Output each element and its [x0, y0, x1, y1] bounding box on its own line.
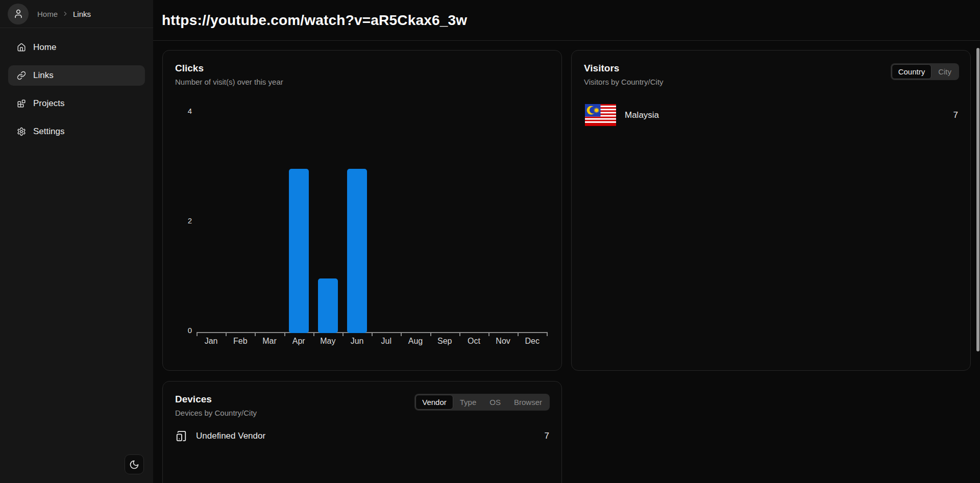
house-icon: [17, 43, 26, 52]
month-label: Aug: [401, 337, 430, 346]
toggle-option-browser[interactable]: Browser: [507, 395, 549, 410]
sidebar-item-label: Links: [33, 70, 54, 81]
month-label: Jan: [197, 337, 226, 346]
devices-toggle: Vendor Type OS Browser: [414, 394, 550, 411]
content-area: Clicks Number of visit(s) over this year…: [153, 41, 980, 483]
theme-toggle-button[interactable]: [125, 454, 144, 474]
chart-bar-apr: [289, 169, 309, 334]
x-axis-tick: [401, 333, 402, 336]
chart-bar-may: [318, 278, 338, 334]
month-label: Mar: [255, 337, 284, 346]
month-label: May: [313, 337, 342, 346]
x-axis-tick: [226, 333, 227, 336]
clicks-bar-chart: 024JanFebMarAprMayJunJulAugSepOctNovDec: [163, 50, 561, 370]
sidebar-item-home[interactable]: Home: [8, 37, 145, 58]
month-label: Apr: [284, 337, 313, 346]
malaysia-flag-icon: [585, 104, 616, 126]
card-subtitle: Devices by Country/City: [175, 409, 257, 417]
main-header: https://youtube.com/watch?v=aR5Ckax6_3w: [153, 0, 980, 41]
chart-bar-jun: [347, 169, 367, 334]
month-label: Oct: [459, 337, 488, 346]
y-axis-tick-label: 2: [166, 216, 192, 225]
y-axis-tick-label: 4: [166, 107, 192, 115]
x-axis-tick: [255, 333, 256, 336]
x-axis-tick: [313, 333, 314, 336]
month-label: Nov: [488, 337, 518, 346]
month-label: Sep: [430, 337, 459, 346]
x-axis-tick: [430, 333, 431, 336]
x-axis-tick: [197, 333, 198, 336]
moon-icon: [129, 460, 139, 470]
x-axis-tick: [488, 333, 489, 336]
sidebar: Home Links Home Links: [0, 0, 153, 483]
blocks-icon: [17, 99, 26, 108]
sidebar-item-projects[interactable]: Projects: [8, 93, 145, 114]
visitors-card: Visitors Visitors by Country/City Countr…: [571, 50, 971, 371]
link-icon: [17, 71, 26, 80]
device-row: Undefined Vendor 7: [175, 427, 549, 445]
x-axis-tick: [518, 333, 519, 336]
user-icon: [13, 9, 23, 19]
tablet-smartphone-icon: [176, 430, 187, 442]
card-title: Visitors: [584, 63, 664, 74]
clicks-card: Clicks Number of visit(s) over this year…: [162, 50, 562, 371]
y-axis-tick-label: 0: [166, 326, 192, 335]
x-axis-tick: [342, 333, 344, 336]
sidebar-item-label: Projects: [33, 98, 64, 109]
breadcrumb-current: Links: [73, 10, 91, 18]
toggle-option-vendor[interactable]: Vendor: [415, 395, 453, 410]
month-label: Dec: [518, 337, 547, 346]
sidebar-item-links[interactable]: Links: [8, 65, 145, 86]
visitors-card-header: Visitors Visitors by Country/City: [584, 63, 664, 86]
card-subtitle: Visitors by Country/City: [584, 78, 664, 86]
card-title: Devices: [175, 394, 257, 405]
x-axis-tick: [284, 333, 285, 336]
gear-icon: [17, 127, 26, 136]
sidebar-nav: Home Links Projects: [0, 28, 153, 142]
month-label: Feb: [226, 337, 255, 346]
visitors-toggle: Country City: [891, 63, 959, 80]
sidebar-item-settings[interactable]: Settings: [8, 121, 145, 142]
x-axis-tick: [547, 333, 548, 336]
devices-card: Devices Devices by Country/City Vendor T…: [162, 381, 562, 483]
devices-card-header: Devices Devices by Country/City: [175, 394, 257, 417]
device-count: 7: [545, 431, 549, 441]
x-axis-tick: [372, 333, 373, 336]
avatar[interactable]: [8, 4, 29, 24]
toggle-option-city[interactable]: City: [932, 64, 958, 79]
chevron-right-icon: [62, 10, 69, 17]
toggle-option-type[interactable]: Type: [453, 395, 483, 410]
device-vendor-label: Undefined Vendor: [196, 431, 265, 441]
breadcrumb-home[interactable]: Home: [37, 10, 58, 18]
sidebar-header: Home Links: [0, 0, 153, 28]
toggle-option-os[interactable]: OS: [483, 395, 507, 410]
breadcrumb: Home Links: [37, 10, 91, 18]
scrollbar[interactable]: [976, 48, 979, 351]
visitor-row: Malaysia 7: [584, 104, 958, 126]
month-label: Jul: [372, 337, 401, 346]
page-title: https://youtube.com/watch?v=aR5Ckax6_3w: [162, 12, 467, 29]
visitor-country-label: Malaysia: [625, 110, 659, 120]
toggle-option-country[interactable]: Country: [892, 64, 932, 79]
sidebar-item-label: Home: [33, 42, 56, 53]
main-area: https://youtube.com/watch?v=aR5Ckax6_3w …: [153, 0, 980, 483]
sidebar-item-label: Settings: [33, 126, 64, 137]
x-axis-tick: [459, 333, 460, 336]
visitor-count: 7: [953, 110, 958, 120]
month-label: Jun: [342, 337, 372, 346]
